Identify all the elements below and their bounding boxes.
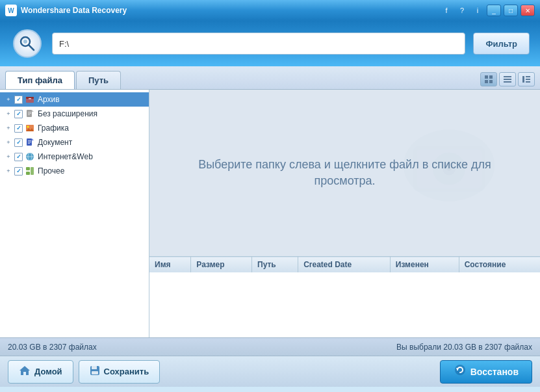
sidebar-item-internet[interactable]: + Интернет&Web (0, 150, 149, 164)
col-status: Состояние (459, 257, 540, 273)
svg-rect-12 (526, 79, 530, 80)
svg-rect-20 (28, 113, 31, 114)
sidebar-item-no-ext[interactable]: + Без расширения (0, 107, 149, 121)
internet-icon (25, 151, 35, 162)
info-icon[interactable]: i (471, 5, 484, 16)
facebook-icon[interactable]: f (440, 5, 453, 16)
title-bar-left: W Wondershare Data Recovery (5, 5, 127, 16)
view-controls (480, 72, 535, 89)
expand-icon: + (4, 166, 13, 176)
tabs-left: Тип файла Путь (5, 71, 121, 89)
close-button[interactable]: ✕ (521, 5, 535, 16)
expand-icon: + (4, 124, 13, 133)
sidebar-item-graphics[interactable]: + Графика (0, 121, 149, 135)
app-logo: W (5, 5, 17, 16)
recover-button[interactable]: Восстанов (440, 360, 532, 384)
minimize-button[interactable]: _ (487, 5, 501, 16)
no-ext-checkbox[interactable] (14, 110, 23, 118)
title-bar: W Wondershare Data Recovery f ? i _ □ ✕ (0, 0, 540, 21)
svg-point-23 (27, 126, 29, 128)
svg-rect-9 (504, 81, 511, 83)
svg-rect-19 (28, 112, 31, 112)
sidebar-item-other[interactable]: + Прочее (0, 164, 149, 178)
recover-icon (454, 363, 467, 380)
document-checkbox[interactable] (14, 138, 23, 147)
save-button[interactable]: Сохранить (79, 360, 161, 384)
svg-rect-35 (31, 167, 34, 175)
preview-area: Выберите папку слева и щелкните файл в с… (149, 90, 540, 256)
search-input[interactable] (52, 33, 465, 55)
no-ext-icon (25, 109, 35, 119)
graphics-icon (25, 123, 35, 133)
detail-view-button[interactable] (518, 72, 535, 86)
table-body (149, 272, 540, 337)
svg-rect-5 (485, 80, 488, 83)
save-icon (90, 365, 100, 378)
graphics-checkbox[interactable] (14, 124, 23, 133)
status-bar: 20.03 GB в 2307 файлах Вы выбрали 20.03 … (0, 337, 540, 356)
svg-point-2 (23, 40, 27, 44)
graphics-label: Графика (38, 124, 69, 133)
svg-rect-4 (489, 75, 493, 79)
document-label: Документ (38, 138, 72, 147)
content-area: + Архив + (0, 90, 540, 337)
recover-label: Восстанов (470, 367, 519, 377)
search-icon (13, 29, 42, 58)
status-right: Вы выбрали 20.03 GB в 2307 файлах (396, 343, 532, 352)
svg-rect-11 (526, 76, 530, 77)
title-bar-controls: f ? i _ □ ✕ (440, 5, 535, 16)
search-icon-box (10, 27, 44, 60)
help-icon[interactable]: ? (456, 5, 469, 16)
other-checkbox[interactable] (14, 167, 23, 176)
col-created: Created Date (298, 257, 391, 273)
internet-checkbox[interactable] (14, 153, 23, 161)
sidebar-item-document[interactable]: + Документ (0, 135, 149, 150)
tab-row: Тип файла Путь (0, 66, 540, 90)
svg-rect-7 (504, 76, 511, 77)
other-icon (25, 166, 35, 176)
svg-marker-42 (19, 366, 30, 375)
archive-checkbox[interactable] (14, 96, 23, 104)
bottom-toolbar: Домой Сохранить Восстанов (0, 356, 540, 387)
sidebar-item-archive[interactable]: + Архив (0, 92, 149, 107)
svg-marker-18 (32, 110, 34, 112)
svg-rect-45 (92, 371, 98, 374)
svg-rect-28 (28, 142, 31, 142)
svg-rect-10 (522, 76, 524, 83)
no-ext-label: Без расширения (38, 109, 97, 118)
col-name: Имя (149, 257, 191, 273)
filter-button[interactable]: Фильтр (473, 33, 530, 55)
internet-label: Интернет&Web (38, 152, 93, 161)
other-label: Прочее (38, 166, 64, 176)
archive-label: Архив (38, 95, 60, 104)
home-icon (19, 365, 31, 378)
grid-view-button[interactable] (480, 72, 497, 86)
svg-rect-3 (485, 75, 488, 79)
svg-point-46 (455, 365, 465, 375)
home-button[interactable]: Домой (8, 360, 73, 384)
col-path: Путь (252, 257, 298, 273)
main-area: Тип файла Путь (0, 66, 540, 337)
svg-rect-33 (26, 167, 30, 170)
list-view-button[interactable] (499, 72, 516, 86)
svg-marker-26 (32, 138, 34, 140)
save-label: Сохранить (104, 367, 149, 376)
svg-rect-6 (489, 80, 493, 83)
preview-message: Выберите папку слева и щелкните файл в с… (198, 157, 491, 189)
svg-rect-8 (504, 79, 511, 80)
svg-rect-27 (28, 140, 31, 141)
svg-line-1 (29, 46, 34, 51)
maximize-button[interactable]: □ (504, 5, 518, 16)
col-modified: Изменен (390, 257, 459, 273)
col-size: Размер (191, 257, 252, 273)
svg-rect-34 (26, 172, 30, 175)
svg-rect-16 (29, 98, 31, 99)
tab-file-type[interactable]: Тип файла (5, 71, 75, 89)
svg-rect-29 (28, 143, 30, 144)
file-type-sidebar: + Архив + (0, 90, 149, 337)
tab-path[interactable]: Путь (76, 71, 121, 89)
toolbar-left: Домой Сохранить (8, 360, 160, 384)
svg-rect-21 (28, 114, 30, 115)
svg-rect-13 (526, 81, 530, 83)
svg-rect-44 (92, 366, 97, 369)
